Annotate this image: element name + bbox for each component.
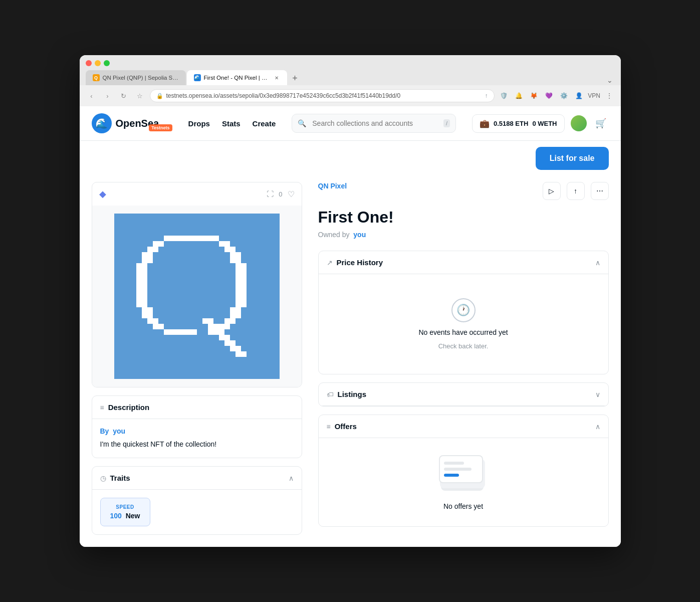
description-by: By you (100, 427, 294, 435)
bookmark-button[interactable]: ☆ (134, 90, 146, 102)
trait-value: 100 New (110, 512, 140, 520)
search-input[interactable] (292, 114, 456, 133)
extension4-icon[interactable]: 💜 (544, 90, 555, 101)
svg-rect-46 (224, 340, 236, 346)
traffic-lights (86, 60, 615, 66)
svg-rect-19 (236, 274, 247, 280)
offers-header[interactable]: ≡ Offers ∧ (319, 415, 608, 438)
description-owner-link[interactable]: you (113, 427, 125, 435)
svg-rect-31 (230, 307, 241, 313)
price-history-icon: ↗ (327, 259, 333, 267)
clock-icon: 🕐 (451, 298, 476, 322)
play-button[interactable]: ▷ (543, 182, 561, 200)
opensea-logo[interactable]: 🌊 OpenSea Testnets (92, 113, 172, 133)
svg-rect-20 (136, 280, 147, 285)
svg-rect-28 (136, 302, 147, 307)
extension5-icon[interactable]: ⚙️ (559, 90, 570, 101)
testnets-badge: Testnets (149, 124, 172, 131)
listings-header[interactable]: 🏷 Listings ∨ (319, 383, 608, 406)
description-card-header[interactable]: ≡ Description (92, 396, 302, 419)
tab-1[interactable]: Q QN Pixel (QNP) | Sepolia Smart Con (86, 70, 186, 85)
svg-rect-6 (153, 241, 164, 247)
offers-chevron-icon: ∧ (595, 423, 600, 431)
nft-title: First One! (318, 208, 609, 227)
opensea-logo-icon: 🌊 (92, 113, 112, 133)
offer-card-line2 (444, 468, 472, 471)
svg-rect-36 (153, 324, 164, 329)
expand-icon[interactable]: ⛶ (267, 190, 274, 198)
offer-card-line3 (444, 474, 459, 477)
address-bar[interactable]: 🔒 testnets.opensea.io/assets/sepolia/0x3… (150, 89, 495, 102)
traits-card: ◷ Traits ∧ SPEED 100 New (92, 466, 302, 535)
svg-rect-38 (164, 329, 175, 335)
tabs-chevron-icon[interactable]: ⌄ (605, 75, 615, 85)
weth-balance: 0 WETH (532, 120, 557, 127)
browser-window: Q QN Pixel (QNP) | Sepolia Smart Con 🌊 F… (80, 55, 621, 547)
extension2-icon[interactable]: 🔔 (514, 90, 525, 101)
vpn-icon[interactable]: VPN (589, 90, 600, 101)
nft-info: QN Pixel (318, 182, 347, 194)
right-header-icons: ▷ ↑ ⋯ (543, 182, 609, 200)
search-icon: 🔍 (298, 119, 306, 127)
nft-top-row: QN Pixel ▷ ↑ ⋯ (318, 182, 609, 208)
nft-image-actions: ⛶ 0 ♡ (267, 189, 294, 199)
extension3-icon[interactable]: 🦊 (529, 90, 540, 101)
reload-button[interactable]: ↻ (118, 90, 130, 102)
minimize-button[interactable] (95, 60, 101, 66)
trait-value-number: 100 (110, 512, 122, 520)
new-tab-button[interactable]: + (288, 71, 302, 85)
listings-header-left: 🏷 Listings (327, 390, 367, 398)
svg-rect-12 (142, 258, 153, 263)
back-button[interactable]: ‹ (86, 90, 98, 102)
nav-drops[interactable]: Drops (188, 119, 210, 128)
owner-line: Owned by you (318, 231, 609, 239)
svg-rect-22 (136, 285, 147, 291)
svg-rect-23 (236, 285, 247, 291)
svg-rect-30 (142, 307, 153, 313)
description-icon: ≡ (100, 404, 104, 412)
collection-name[interactable]: QN Pixel (318, 182, 347, 190)
offers-empty-state: No offers yet (319, 438, 608, 526)
svg-rect-25 (236, 291, 247, 296)
nav-stats[interactable]: Stats (222, 119, 241, 128)
list-for-sale-button[interactable]: List for sale (536, 147, 609, 170)
tab2-favicon: 🌊 (194, 74, 201, 81)
svg-rect-17 (236, 269, 247, 274)
svg-rect-1 (164, 236, 175, 241)
svg-rect-8 (147, 247, 158, 252)
maximize-button[interactable] (104, 60, 110, 66)
close-button[interactable] (86, 60, 92, 66)
tab2-close-icon[interactable]: ✕ (273, 74, 280, 81)
tab-2[interactable]: 🌊 First One! - QN Pixel | OpenSea... ✕ (187, 70, 287, 85)
description-card: ≡ Description By you I'm the quickest NF… (92, 395, 302, 458)
left-column: ◆ ⛶ 0 ♡ (92, 182, 302, 535)
avatar[interactable] (571, 115, 587, 131)
price-history-chevron-icon: ∧ (595, 259, 600, 267)
nav-create[interactable]: Create (253, 119, 276, 128)
extensions-icon[interactable]: 🛡️ (499, 90, 510, 101)
svg-rect-39 (175, 329, 186, 335)
profile-icon[interactable]: 👤 (574, 90, 585, 101)
menu-icon[interactable]: ⋮ (604, 90, 615, 101)
wallet-info[interactable]: 💼 0.5188 ETH 0 WETH (472, 114, 565, 133)
traits-title: Traits (110, 474, 130, 482)
forward-button[interactable]: › (102, 90, 114, 102)
listings-chevron-icon: ∨ (595, 390, 600, 398)
address-text: testnets.opensea.io/assets/sepolia/0x3ed… (166, 92, 482, 99)
toolbar-icons: 🛡️ 🔔 🦊 💜 ⚙️ 👤 VPN ⋮ (499, 90, 615, 101)
cart-button[interactable]: 🛒 (593, 115, 609, 131)
offer-card-line1 (444, 462, 464, 465)
svg-rect-21 (236, 280, 247, 285)
svg-rect-32 (142, 313, 153, 318)
more-button[interactable]: ⋯ (591, 182, 609, 200)
traits-card-header[interactable]: ◷ Traits ∧ (92, 467, 302, 490)
description-title: Description (108, 403, 150, 412)
svg-rect-29 (236, 302, 247, 307)
price-history-header[interactable]: ↗ Price History ∧ (319, 251, 608, 274)
owner-link[interactable]: you (353, 231, 366, 239)
heart-icon[interactable]: ♡ (288, 189, 295, 199)
share-button[interactable]: ↑ (567, 182, 585, 200)
lock-icon: 🔒 (156, 93, 163, 99)
price-history-empty-title: No events have occurred yet (418, 328, 508, 336)
no-offers-text: No offers yet (443, 502, 483, 510)
